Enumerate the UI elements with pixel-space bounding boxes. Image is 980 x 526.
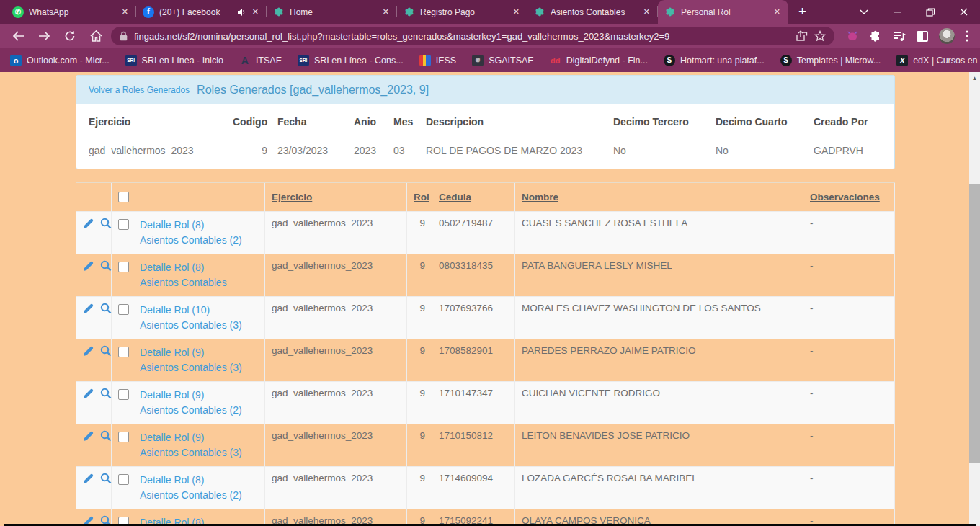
tab-close-icon[interactable]: ✕ [381,6,391,18]
tab-home[interactable]: ✽ Home ✕ [267,0,397,24]
bookmark-sgaitsae[interactable]: ֍ SGAITSAE [472,55,534,66]
detalle-rol-link[interactable]: Detalle Rol (8) [140,473,258,488]
row-checkbox[interactable] [118,432,129,442]
row-checkbox[interactable] [118,262,129,272]
restore-button[interactable] [914,0,947,24]
edit-icon[interactable] [83,473,94,484]
sort-rol[interactable]: Rol [414,192,429,202]
bookmark-iess[interactable]: IESS [419,55,457,66]
sort-nombre[interactable]: Nombre [522,192,558,202]
tab-registro-pago[interactable]: ✽ Registro Pago ✕ [397,0,527,24]
tab-search-chevron-icon[interactable] [847,0,881,24]
detalle-rol-link[interactable]: Detalle Rol (8) [140,218,258,233]
view-icon[interactable] [100,473,112,484]
bookmark-digitaldefynd[interactable]: dd DigitalDefynd - Fin... [550,55,648,66]
reload-icon[interactable] [59,26,81,46]
edit-icon[interactable] [83,218,94,229]
select-all-checkbox[interactable] [118,192,129,202]
row-checkbox[interactable] [118,389,129,400]
bookmark-itsae[interactable]: A ITSAE [239,55,282,66]
address-bar[interactable]: fingads.net/sf2/nomina/personal_rol_list… [111,27,834,45]
bookmark-outlook[interactable]: o Outlook.com - Micr... [10,55,110,66]
detalle-rol-link[interactable]: Detalle Rol (9) [140,388,258,403]
asientos-contables-link[interactable]: Asientos Contables (3) [140,445,258,460]
forward-icon[interactable] [33,26,55,46]
edit-icon[interactable] [83,388,94,399]
cell-rol: 9 [407,424,432,467]
back-icon[interactable] [7,26,29,46]
url-text[interactable]: fingads.net/sf2/nomina/personal_rol_list… [134,31,789,42]
edit-icon[interactable] [83,261,94,272]
view-icon[interactable] [100,430,112,442]
minimize-button[interactable] [881,0,914,24]
cell-ejercicio: gad_vallehermos_2023 [265,382,407,424]
master-decimo-cuarto: No [716,135,814,161]
edit-icon[interactable] [83,303,94,314]
asientos-contables-link[interactable]: Asientos Contables (2) [140,403,258,418]
playlist-extension-icon[interactable] [893,31,906,42]
cell-ejercicio: gad_vallehermos_2023 [265,212,407,254]
fingads-favicon: ✽ [273,6,285,18]
bookmark-hotmart[interactable]: S Hotmart: una plataf... [664,55,765,66]
scrollbar-thumb[interactable] [969,184,980,463]
pet-extension-icon[interactable] [846,30,859,42]
bookmark-sri-inicio[interactable]: SRI SRI en Línea - Inicio [125,55,223,66]
view-icon[interactable] [100,388,112,399]
detalle-rol-link[interactable]: Detalle Rol (9) [140,430,258,445]
tab-close-icon[interactable]: ✕ [120,6,130,18]
sidebar-extension-icon[interactable] [917,31,928,42]
tab-title: WhatsApp [29,7,115,17]
tab-close-icon[interactable]: ✕ [512,6,521,18]
master-creado-por: GADPRVH [814,135,882,161]
close-window-button[interactable] [947,0,980,24]
master-mes: 03 [393,135,426,161]
extensions-puzzle-icon[interactable] [870,30,882,43]
view-icon[interactable] [100,260,112,272]
scroll-up-arrow-icon[interactable]: ▲ [969,72,980,81]
vertical-scrollbar[interactable]: ▲ [969,72,980,526]
edit-icon[interactable] [83,431,94,442]
tab-personal-rol[interactable]: ✽ Personal Rol ✕ [658,0,788,24]
home-icon[interactable] [85,26,107,46]
menu-kebab-icon[interactable] [966,30,968,42]
bookmark-star-icon[interactable] [814,30,826,42]
tab-close-icon[interactable]: ✕ [251,6,260,18]
sort-cedula[interactable]: Cedula [439,192,471,202]
profile-avatar[interactable] [939,28,955,44]
lock-icon[interactable] [120,31,128,41]
tab-asientos-contables[interactable]: ✽ Asientos Contables ✕ [527,0,658,24]
bookmark-templates[interactable]: S Templates | Microw... [780,55,881,66]
page-header-band: Volver a Roles Generados Roles Generados… [76,76,894,104]
bookmark-edx[interactable]: X edX | Cursos en líne... [896,55,980,66]
tab-close-icon[interactable]: ✕ [642,6,651,18]
detalle-rol-link[interactable]: Detalle Rol (8) [140,260,258,275]
view-icon[interactable] [100,303,112,314]
sort-ejercicio[interactable]: Ejercicio [272,192,312,202]
asientos-contables-link[interactable]: Asientos Contables (3) [140,360,258,375]
asientos-contables-link[interactable]: Asientos Contables [140,275,258,290]
view-icon[interactable] [100,218,112,229]
sort-observaciones[interactable]: Observaciones [810,192,880,202]
bookmark-sri-consultas[interactable]: SRI SRI en Línea - Cons... [298,55,404,66]
tab-facebook[interactable]: f (20+) Facebook ✕ [136,0,267,24]
new-tab-button[interactable]: + [798,4,806,19]
row-checkbox[interactable] [118,304,129,315]
edit-icon[interactable] [83,346,94,357]
asientos-contables-link[interactable]: Asientos Contables (2) [140,488,258,503]
detalle-rol-link[interactable]: Detalle Rol (9) [140,345,258,360]
row-checkbox[interactable] [118,219,129,230]
tab-close-icon[interactable]: ✕ [772,6,782,18]
back-to-roles-link[interactable]: Volver a Roles Generados [89,85,190,95]
row-checkbox[interactable] [118,347,129,357]
audio-speaker-icon[interactable] [237,8,246,17]
tab-whatsapp[interactable]: ✆ WhatsApp ✕ [6,0,136,24]
row-checkbox[interactable] [118,474,129,485]
asientos-contables-link[interactable]: Asientos Contables (2) [140,233,258,248]
asientos-contables-link[interactable]: Asientos Contables (3) [140,318,258,333]
view-icon[interactable] [100,345,112,357]
share-icon[interactable] [796,30,808,42]
cell-observaciones: - [803,339,895,382]
web-page: Volver a Roles Generados Roles Generados… [0,72,980,526]
table-row: Detalle Rol (9) Asientos Contables (2) g… [76,382,895,424]
detalle-rol-link[interactable]: Detalle Rol (10) [140,303,258,318]
